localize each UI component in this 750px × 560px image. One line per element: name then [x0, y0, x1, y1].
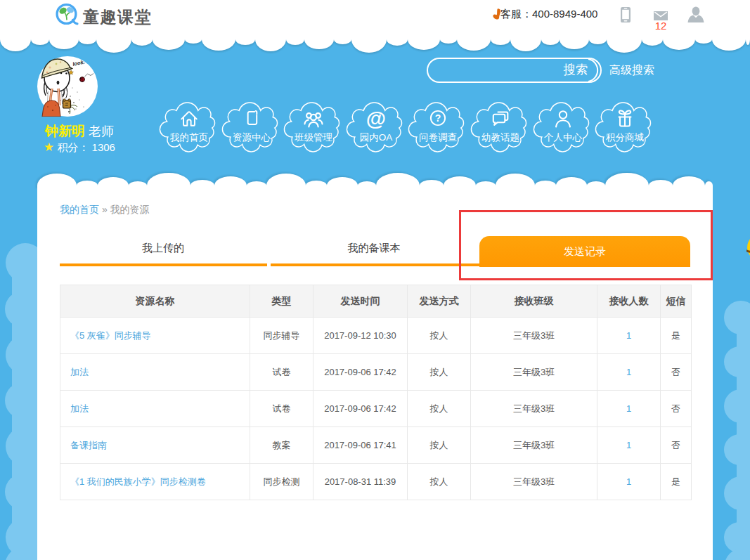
- svg-text:?: ?: [435, 112, 441, 124]
- svg-text:@: @: [366, 108, 386, 130]
